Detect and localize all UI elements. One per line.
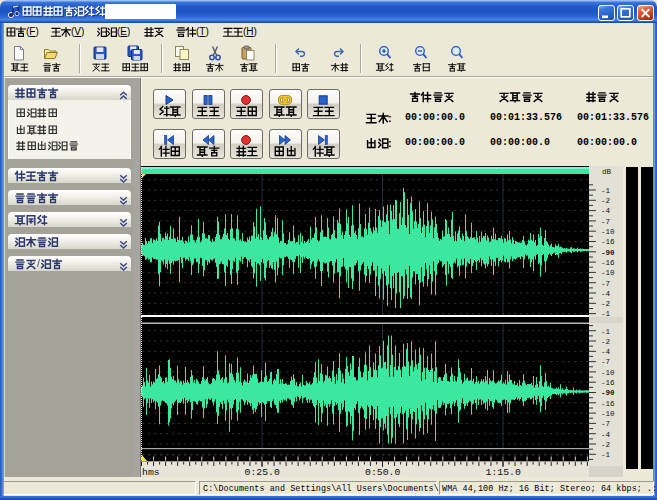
- svg-text:0:25.0: 0:25.0: [245, 467, 280, 478]
- svg-text:hms: hms: [142, 467, 160, 478]
- svg-text:0:50.0: 0:50.0: [365, 467, 400, 478]
- svg-text:1:15.0: 1:15.0: [486, 467, 521, 478]
